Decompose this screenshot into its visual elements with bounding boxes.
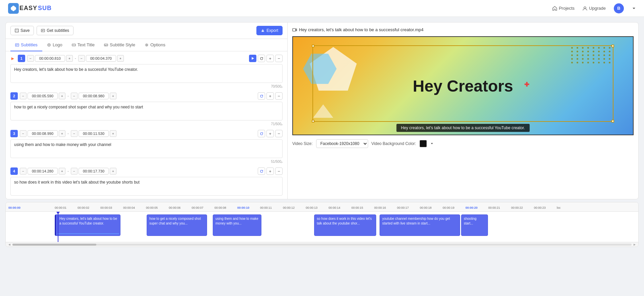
color-chevron-icon[interactable] [430, 142, 434, 145]
remove-button-1[interactable]: − [275, 55, 283, 62]
action-btns-3: + − [258, 130, 283, 137]
subtitle-text-4[interactable]: so how does it work in this video let's … [10, 177, 283, 196]
action-btns-2: + − [258, 92, 283, 100]
block-2-text: how to get a nicely composed shot super … [149, 216, 204, 226]
remove-button-2[interactable]: − [275, 92, 283, 100]
sep-2: - [67, 94, 69, 98]
refresh-button-4[interactable] [258, 167, 265, 175]
timeline-block-5[interactable]: youtube channel membership how do you ge… [380, 214, 460, 236]
get-subtitles-button[interactable]: Get subtitles [37, 26, 73, 35]
playhead[interactable] [58, 212, 58, 242]
time-plus-2-start[interactable]: + [59, 93, 65, 99]
upgrade-label: Upgrade [589, 6, 606, 11]
subtitle-text-1[interactable]: Hey creators, let's talk about how to be… [10, 64, 283, 83]
tab-subtitle-style[interactable]: Subtitle Style [99, 39, 140, 51]
time-control-1-start: − + [27, 55, 73, 62]
remove-button-3[interactable]: − [275, 130, 283, 137]
time-input-1-start[interactable] [35, 55, 65, 62]
user-initial: B [617, 6, 620, 11]
add-button-2[interactable]: + [266, 92, 274, 100]
ruler-13: 00:00:13 [306, 206, 317, 209]
time-input-2-start[interactable] [28, 93, 58, 99]
save-button[interactable]: Save [10, 26, 34, 35]
timeline-block-6[interactable]: shooting start... [461, 214, 488, 236]
ruler-zero: 00:00:00 [8, 206, 20, 209]
time-plus-4-start[interactable]: + [59, 168, 65, 175]
tab-text-title[interactable]: Text Title [67, 39, 99, 51]
time-minus-3-start[interactable]: − [20, 130, 27, 137]
projects-link[interactable]: Projects [552, 6, 575, 11]
refresh-button-2[interactable] [258, 92, 265, 100]
time-control-2-start: − + [20, 93, 65, 99]
color-swatch[interactable] [419, 140, 427, 147]
time-plus-3-end[interactable]: + [110, 130, 116, 137]
ruler-7: 00:00:07 [192, 206, 203, 209]
logo[interactable]: EASY SUB [8, 3, 52, 14]
add-button-1[interactable]: + [266, 55, 274, 62]
scrollbar-thumb[interactable] [12, 244, 96, 246]
tab-options[interactable]: Options [140, 39, 170, 51]
timeline-block-2[interactable]: how to get a nicely composed shot super … [147, 214, 207, 236]
remove-button-4[interactable]: − [275, 167, 283, 175]
subtitle-item-4: 4 − + - − + [10, 167, 283, 197]
refresh-button-3[interactable] [258, 130, 265, 137]
subtitle-num-2: 2 [10, 92, 18, 100]
time-plus-3-start[interactable]: + [59, 130, 65, 137]
scrollbar-track[interactable] [12, 244, 632, 246]
time-plus-1-start[interactable]: + [66, 55, 73, 62]
refresh-button-1[interactable] [258, 55, 265, 62]
timeline-block-3[interactable]: using them and how to make money with yo… [213, 214, 261, 236]
subtitle-text-3[interactable]: using them and how to make money with yo… [10, 139, 283, 158]
time-input-1-end[interactable] [86, 55, 116, 62]
upgrade-link[interactable]: Upgrade [583, 6, 606, 11]
time-minus-2-end[interactable]: − [71, 93, 78, 99]
time-input-2-end[interactable] [79, 93, 109, 99]
time-minus-1-start[interactable]: − [27, 55, 34, 62]
subtitle-row-4: 4 − + - − + [10, 167, 283, 175]
time-plus-1-end[interactable]: + [117, 55, 124, 62]
app-header: EASY SUB Projects Upgrade B [0, 0, 644, 17]
time-input-3-end[interactable] [79, 130, 109, 137]
subtitle-row-2: 2 − + - − + [10, 92, 283, 100]
bg-color-label: Video Background Color: [371, 141, 416, 146]
toolbar-left: Save Get subtitles [10, 26, 73, 35]
user-icon [583, 6, 587, 11]
add-button-3[interactable]: + [266, 130, 274, 137]
video-size-select[interactable]: Facebook-1920x1080 YouTube-1920x1080 Ins… [316, 139, 368, 148]
timeline-block-4[interactable]: so how does it work in this video let's … [314, 214, 376, 236]
time-input-4-start[interactable] [28, 168, 58, 175]
time-minus-4-end[interactable]: − [71, 168, 78, 175]
subtitle-num-1: 1 [18, 55, 25, 62]
time-input-3-start[interactable] [28, 130, 58, 137]
user-avatar[interactable]: B [614, 3, 624, 13]
scroll-left-btn[interactable]: ◄ [8, 243, 11, 246]
subtitle-text-2[interactable]: how to get a nicely composed shot super … [10, 102, 283, 120]
time-input-4-end[interactable] [79, 168, 109, 175]
play-button-1[interactable] [249, 55, 256, 62]
timeline-block-1[interactable]: Hey creators, let's talk about how to be… [55, 214, 120, 236]
time-minus-3-end[interactable]: − [71, 130, 78, 137]
ruler-4: 00:00:04 [123, 206, 135, 209]
subtitle-item-1: ► 1 − + - − + [10, 55, 283, 88]
time-plus-4-end[interactable]: + [110, 168, 116, 175]
ruler-12: 00:00:12 [283, 206, 295, 209]
tab-logo[interactable]: Logo [42, 39, 67, 51]
tab-subtitles-label: Subtitles [21, 42, 38, 47]
time-minus-4-start[interactable]: − [20, 168, 27, 175]
time-control-3-end: − + [71, 130, 116, 137]
chevron-down-icon[interactable] [632, 6, 636, 10]
svg-rect-2 [16, 29, 18, 30]
time-minus-2-start[interactable]: − [20, 93, 27, 99]
time-plus-2-end[interactable]: + [110, 93, 116, 99]
time-minus-1-end[interactable]: − [78, 55, 85, 62]
export-button[interactable]: Export [256, 26, 283, 35]
video-preview: Hey Creators ✚ Hey creators, let's talk … [292, 36, 634, 135]
svg-point-13 [146, 44, 147, 46]
add-button-4[interactable]: + [266, 167, 274, 175]
active-arrow: ► [10, 56, 15, 61]
scroll-right-btn[interactable]: ► [633, 243, 636, 246]
tab-subtitles[interactable]: Subtitles [10, 39, 42, 51]
triangle-shape [313, 104, 333, 118]
ruler-18: 00:00:18 [420, 206, 432, 209]
right-panel: Hey creators, let's talk about how to be… [288, 22, 638, 199]
